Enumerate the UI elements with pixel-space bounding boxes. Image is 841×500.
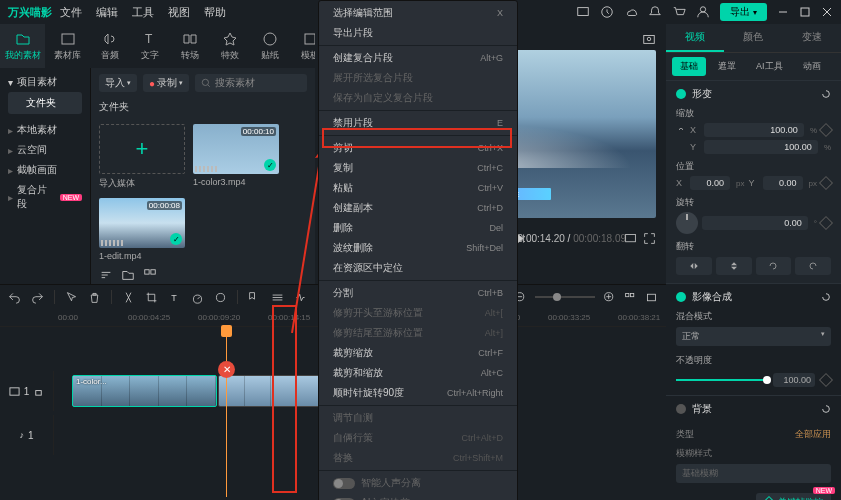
apply-all[interactable]: 全部应用 xyxy=(795,428,831,441)
ctx-disable[interactable]: 禁用片段E xyxy=(319,113,517,133)
ctx-crop-zoom[interactable]: 裁剪和缩放Alt+C xyxy=(319,363,517,383)
tab-stickers[interactable]: 贴纸 xyxy=(250,24,290,68)
scale-x-input[interactable]: 100.00 xyxy=(704,123,804,137)
props-tab-speed[interactable]: 变速 xyxy=(783,24,841,52)
ctx-select-range[interactable]: 选择编辑范围X xyxy=(319,3,517,23)
history-icon[interactable] xyxy=(600,5,614,19)
tab-transition[interactable]: 转场 xyxy=(170,24,210,68)
kf-icon[interactable] xyxy=(819,123,833,137)
opacity-value[interactable]: 100.00 xyxy=(773,373,815,387)
rotate-cw-button[interactable] xyxy=(795,257,831,275)
pos-y-input[interactable]: 0.00 xyxy=(763,176,803,190)
reset-icon[interactable] xyxy=(821,404,831,414)
zoom-in-icon[interactable] xyxy=(603,291,616,304)
track-icon[interactable] xyxy=(271,291,284,304)
fullscreen-icon[interactable] xyxy=(643,232,656,245)
tab-effects[interactable]: 特效 xyxy=(210,24,250,68)
tab-audio[interactable]: 音频 xyxy=(90,24,130,68)
blend-mode-select[interactable]: 正常▾ xyxy=(676,327,831,346)
search-input[interactable]: 搜索素材 xyxy=(195,74,307,92)
playhead[interactable]: ✕ xyxy=(226,327,227,497)
cat-folders[interactable]: 文件夹 xyxy=(8,92,82,114)
rotation-input[interactable]: 0.00 xyxy=(702,216,808,230)
user-icon[interactable] xyxy=(696,5,710,19)
pos-x-input[interactable]: 0.00 xyxy=(690,176,730,190)
tab-my-media[interactable]: 我的素材 xyxy=(0,24,45,68)
ctx-create-compound[interactable]: 创建复合片段Alt+G xyxy=(319,48,517,68)
rotate-ccw-button[interactable] xyxy=(756,257,792,275)
flip-v-button[interactable] xyxy=(716,257,752,275)
ctx-ripple-delete[interactable]: 波纹删除Shift+Del xyxy=(319,238,517,258)
minimize-button[interactable] xyxy=(777,6,789,18)
media-item[interactable]: 00:00:10✓ 1-color3.mp4 xyxy=(193,124,279,190)
cart-icon[interactable] xyxy=(672,5,686,19)
crop-icon[interactable] xyxy=(145,291,158,304)
close-button[interactable] xyxy=(821,6,833,18)
menu-view[interactable]: 视图 xyxy=(168,5,190,20)
color-icon[interactable] xyxy=(214,291,227,304)
bg-toggle[interactable] xyxy=(676,404,686,414)
redo-icon[interactable] xyxy=(31,291,44,304)
kf-icon[interactable] xyxy=(819,373,833,387)
transform-toggle[interactable] xyxy=(676,89,686,99)
ctx-delete[interactable]: 删除Del xyxy=(319,218,517,238)
fit-icon[interactable] xyxy=(645,291,658,304)
keyframe-monitor-button[interactable]: 关键帧监控NEW xyxy=(756,493,831,500)
import-dropdown[interactable]: 导入 ▾ xyxy=(99,74,137,92)
maximize-button[interactable] xyxy=(799,6,811,18)
subtab-anim[interactable]: 动画 xyxy=(795,57,829,76)
menu-tools[interactable]: 工具 xyxy=(132,5,154,20)
ctx-rotate90[interactable]: 顺时针旋转90度Ctrl+Alt+Right xyxy=(319,383,517,403)
cat-local[interactable]: ▸本地素材 xyxy=(8,120,82,140)
audio-track-icon[interactable] xyxy=(294,291,307,304)
media-add[interactable]: + 导入媒体 xyxy=(99,124,185,190)
text-tool-icon[interactable]: T xyxy=(168,291,181,304)
scale-y-input[interactable]: 100.00 xyxy=(704,140,818,154)
view-mode-icon[interactable] xyxy=(624,291,637,304)
pointer-icon[interactable] xyxy=(65,291,78,304)
sort-icon[interactable] xyxy=(99,268,113,282)
grid-icon[interactable] xyxy=(143,268,157,282)
cat-cloud[interactable]: ▸云空间 xyxy=(8,140,82,160)
rotation-dial[interactable] xyxy=(676,212,698,234)
subtab-mask[interactable]: 遮罩 xyxy=(710,57,744,76)
record-dropdown[interactable]: ● 录制 ▾ xyxy=(143,74,189,92)
cat-screenshot[interactable]: ▸截帧画面 xyxy=(8,160,82,180)
ctx-export-clip[interactable]: 导出片段 xyxy=(319,23,517,43)
pip-icon[interactable] xyxy=(624,232,637,245)
ctx-split[interactable]: 分割Ctrl+B xyxy=(319,283,517,303)
ctx-reveal[interactable]: 在资源区中定位 xyxy=(319,258,517,278)
kf-icon[interactable] xyxy=(819,176,833,190)
kf-icon[interactable] xyxy=(819,216,833,230)
delete-icon[interactable] xyxy=(88,291,101,304)
video-track-head[interactable]: 1 xyxy=(0,371,54,411)
opacity-slider[interactable] xyxy=(676,379,767,381)
split-icon[interactable] xyxy=(122,291,135,304)
timeline-clip[interactable] xyxy=(218,375,323,407)
snapshot-icon[interactable] xyxy=(642,32,656,46)
media-item[interactable]: 00:00:08✓ 1-edit.mp4 xyxy=(99,198,185,261)
timeline-clip[interactable]: 1-color... xyxy=(72,375,217,407)
ctx-crop[interactable]: 裁剪缩放Ctrl+F xyxy=(319,343,517,363)
props-tab-color[interactable]: 颜色 xyxy=(724,24,782,52)
ctx-cut[interactable]: 剪切Ctrl+X xyxy=(319,138,517,158)
reset-icon[interactable] xyxy=(821,292,831,302)
audio-track-head[interactable]: ♪ 1 xyxy=(0,415,54,455)
ctx-dup[interactable]: 创建副本Ctrl+D xyxy=(319,198,517,218)
ctx-paste[interactable]: 粘贴Ctrl+V xyxy=(319,178,517,198)
composite-toggle[interactable] xyxy=(676,292,686,302)
fuzzy-select[interactable]: 基础模糊 xyxy=(676,464,831,483)
lock-icon[interactable] xyxy=(33,386,44,397)
tab-stock[interactable]: 素材库 xyxy=(45,24,90,68)
menu-help[interactable]: 帮助 xyxy=(204,5,226,20)
ctx-copy[interactable]: 复制Ctrl+C xyxy=(319,158,517,178)
menu-file[interactable]: 文件 xyxy=(60,5,82,20)
folder-add-icon[interactable] xyxy=(121,268,135,282)
zoom-slider[interactable] xyxy=(535,296,595,298)
subtab-ai[interactable]: AI工具 xyxy=(748,57,791,76)
playhead-close-icon[interactable]: ✕ xyxy=(218,361,235,378)
menu-edit[interactable]: 编辑 xyxy=(96,5,118,20)
marker-icon[interactable] xyxy=(248,291,261,304)
speed-icon[interactable] xyxy=(191,291,204,304)
subtab-basic[interactable]: 基础 xyxy=(672,57,706,76)
